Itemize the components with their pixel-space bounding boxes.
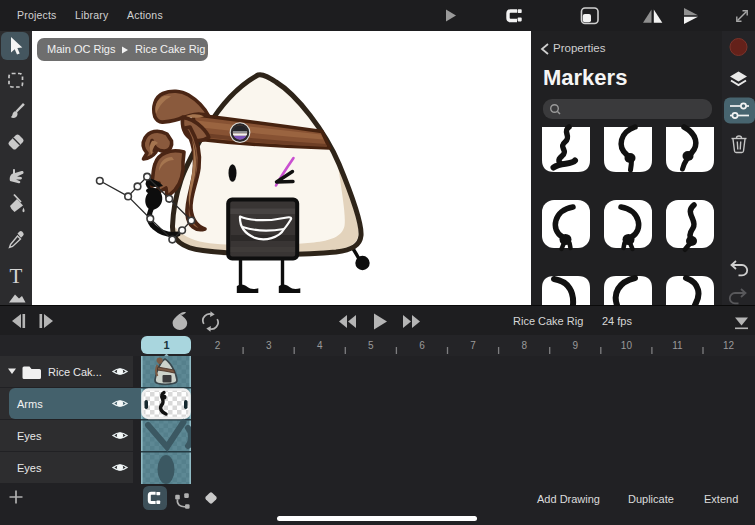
- svg-text:9: 9: [573, 340, 579, 351]
- svg-text:8: 8: [521, 340, 527, 351]
- svg-text:4: 4: [317, 340, 323, 351]
- svg-text:5: 5: [368, 340, 374, 351]
- svg-text:1: 1: [163, 339, 169, 351]
- svg-text:T: T: [10, 264, 23, 288]
- svg-text:2: 2: [215, 340, 221, 351]
- svg-text:6: 6: [419, 340, 425, 351]
- svg-text:12: 12: [723, 340, 735, 351]
- svg-text:11: 11: [672, 340, 683, 351]
- svg-text:3: 3: [266, 340, 272, 351]
- svg-text:Eyes: Eyes: [17, 430, 42, 442]
- svg-text:Rice Cak...: Rice Cak...: [48, 366, 102, 378]
- svg-text:Arms: Arms: [17, 398, 43, 410]
- svg-text:10: 10: [621, 340, 633, 351]
- svg-text:7: 7: [470, 340, 476, 351]
- svg-text:Eyes: Eyes: [17, 462, 42, 474]
